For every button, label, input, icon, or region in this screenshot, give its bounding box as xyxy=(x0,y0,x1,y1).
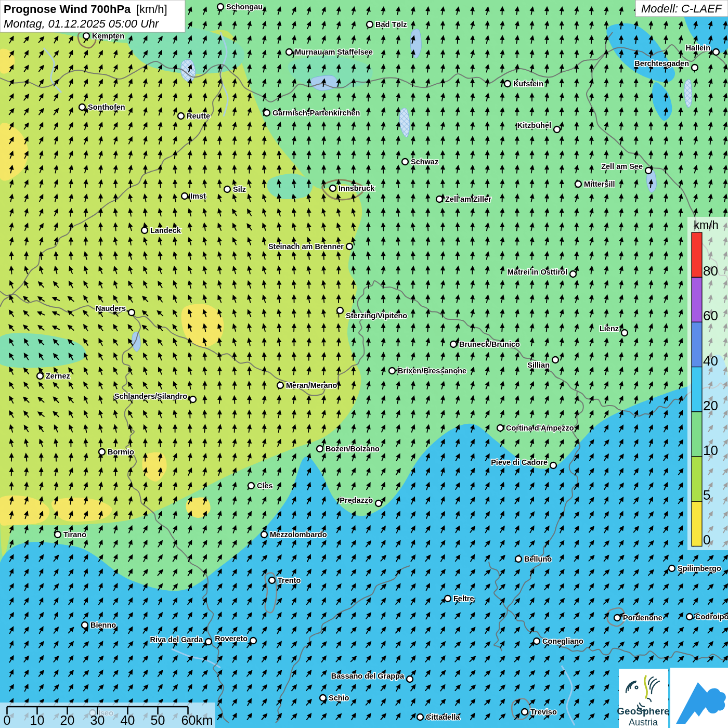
city: Bienno xyxy=(82,621,116,629)
city-marker xyxy=(686,614,693,620)
city-label: Bormio xyxy=(108,448,134,456)
city-marker xyxy=(248,483,254,489)
city-marker xyxy=(128,309,135,316)
legend-block-40 xyxy=(692,322,702,367)
legend-tick-label: 5 xyxy=(703,487,710,503)
city-marker xyxy=(554,126,560,133)
city: Reutte xyxy=(178,112,210,120)
city-label: Schlanders/Silandro xyxy=(114,392,187,400)
city-label: Bienno xyxy=(90,621,116,629)
city-marker xyxy=(504,81,511,87)
city-label: Zell am See xyxy=(601,162,643,171)
city-label: Matrei in Osttirol xyxy=(508,268,567,276)
legend-tick-label: 20 xyxy=(703,398,718,413)
page-title-unit: [km/h] xyxy=(136,3,167,16)
legend-block-5 xyxy=(692,457,702,501)
city-marker xyxy=(205,639,212,645)
city-marker xyxy=(277,382,283,388)
city-marker xyxy=(317,446,323,452)
city: Schio xyxy=(320,694,349,702)
city-marker xyxy=(83,33,89,39)
city-marker xyxy=(320,695,326,701)
geosphere-country: Austria xyxy=(629,717,658,727)
city-marker xyxy=(669,565,675,571)
legend-title: km/h xyxy=(694,218,719,231)
page-title: Prognose Wind 700hPa xyxy=(4,3,131,16)
city-marker xyxy=(261,531,267,538)
city: Matrei in Osttirol xyxy=(508,268,576,277)
city-label: Brixen/Bressanone xyxy=(398,367,466,375)
city-marker xyxy=(497,425,503,431)
city: Riva del Garda xyxy=(150,635,212,645)
city-label: Bozen/Bolzano xyxy=(326,445,380,453)
city-marker xyxy=(367,21,373,28)
city-marker xyxy=(515,556,522,562)
city-marker xyxy=(552,357,558,363)
city-marker xyxy=(330,185,336,191)
legend-block-10 xyxy=(692,412,702,457)
city-marker xyxy=(645,167,652,174)
city: Brixen/Bressanone xyxy=(389,367,466,375)
city: Bruneck/Brunico xyxy=(450,340,520,348)
city: Meran/Merano xyxy=(277,381,337,389)
city-label: Bruneck/Brunico xyxy=(459,340,520,348)
city-marker xyxy=(55,531,61,538)
city-marker xyxy=(389,368,395,374)
city-label: Schongau xyxy=(226,3,263,11)
legend-tick-label: 10 xyxy=(703,443,718,458)
scale-bar: 0102030405060km xyxy=(0,703,215,728)
city: Mezzolombardo xyxy=(261,530,327,539)
city-label: Silz xyxy=(233,185,246,193)
legend-tick-label: 80 xyxy=(703,263,718,279)
model-label: Modell: C-LAEF xyxy=(641,2,723,15)
city: Garmisch-Partenkirchen xyxy=(264,109,360,117)
city-label: Pieve di Cadore xyxy=(491,458,548,466)
model-box: Modell: C-LAEF xyxy=(635,0,728,17)
city-marker xyxy=(445,595,451,602)
scale-tick-label: 60km xyxy=(181,713,213,727)
city: Cles xyxy=(248,482,273,490)
city-marker xyxy=(224,186,230,192)
city-label: Schwaz xyxy=(411,158,438,166)
city-marker xyxy=(692,64,698,71)
city-label: Imst xyxy=(190,192,206,200)
city-label: Trento xyxy=(278,576,301,584)
city-label: Mittersill xyxy=(584,180,615,188)
city-label: Bassano del Grappa xyxy=(331,672,405,680)
legend-block-60 xyxy=(692,277,702,322)
city-marker xyxy=(375,500,382,506)
city-label: Rovereto xyxy=(215,634,248,643)
city-marker xyxy=(37,373,43,379)
city: Zernez xyxy=(37,372,70,380)
city-marker xyxy=(550,462,556,469)
city-label: Nauders xyxy=(96,304,126,313)
city-label: Mezzolombardo xyxy=(270,530,327,539)
city-label: Predazzo xyxy=(340,496,373,504)
city-marker xyxy=(269,577,275,583)
city-marker xyxy=(346,243,353,250)
city-label: Murnau am Staffelsee xyxy=(295,48,373,56)
city: Murnau am Staffelsee xyxy=(286,48,373,56)
city-marker xyxy=(407,676,413,682)
city-label: Feltre xyxy=(453,594,474,603)
city-label: Lienz xyxy=(600,324,619,333)
city-label: Kufstein xyxy=(513,80,543,88)
city-label: Berchtesgaden xyxy=(634,59,689,68)
city-marker xyxy=(402,159,408,165)
legend-tick-label: 40 xyxy=(703,353,718,369)
city-label: Conegliano xyxy=(542,637,583,645)
city-label: Bad Tölz xyxy=(375,20,407,29)
title-box: Prognose Wind 700hPa [km/h] Montag, 01.1… xyxy=(0,0,185,32)
city-marker xyxy=(141,227,148,233)
city-marker xyxy=(450,341,457,347)
city-marker xyxy=(621,330,628,336)
legend: km/h 806040201050 xyxy=(687,217,728,550)
city-marker xyxy=(534,638,540,644)
city-label: Pordenone xyxy=(623,614,662,622)
city-marker xyxy=(250,638,256,644)
city-label: Sonthofen xyxy=(88,103,125,111)
city-marker xyxy=(79,104,85,110)
city: Imst xyxy=(181,192,206,200)
partner-logo xyxy=(670,668,728,728)
scale-tick-label: 30 xyxy=(90,713,105,727)
